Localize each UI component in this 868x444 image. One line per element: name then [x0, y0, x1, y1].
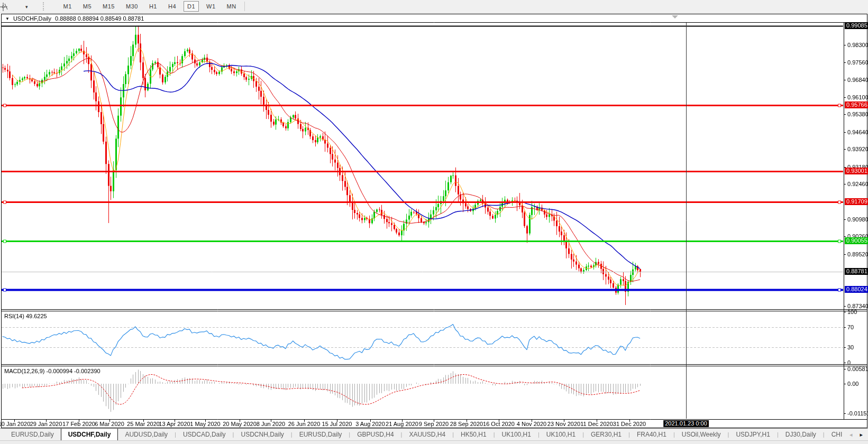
crosshair-tool-icon[interactable]: [0, 2, 9, 12]
status-bar: [0, 440, 868, 444]
chart-tab-hk50-h1-8[interactable]: HK50,H1: [454, 429, 494, 440]
chart-tab-gbpusd-h4-6[interactable]: GBPUSD,H4: [350, 429, 400, 440]
chart-tab-usdjpy-h1-14[interactable]: USDJPY,H1: [729, 429, 776, 440]
tab-scroll-arrows: ◂ ▸: [845, 429, 868, 440]
chart-tab-uk100-h1-9[interactable]: UK100,H1: [495, 429, 538, 440]
chart-canvas[interactable]: [0, 0, 868, 444]
chart-tab-usdchf-daily-1[interactable]: USDCHF,Daily: [61, 429, 118, 440]
chart-title-ohlc: 0.88888 0.88894 0.88549 0.88781: [55, 15, 144, 22]
tab-scroll-right-icon[interactable]: ▸: [860, 431, 863, 438]
chart-tab-dj30-daily-15[interactable]: DJ30,Daily: [779, 429, 823, 440]
chart-collapse-caret-icon[interactable]: ▼: [5, 16, 10, 21]
chart-title-symbol: USDCHF,Daily: [13, 15, 51, 22]
tab-scroll-left-icon[interactable]: ◂: [849, 431, 853, 438]
timeframe-button-w1[interactable]: W1: [203, 1, 220, 12]
chart-tab-eurusd-daily-0[interactable]: EURUSD,Daily: [4, 429, 61, 440]
toolbar-separator: [244, 2, 245, 11]
mt4-application-window: ▾ M1M5M15M30H1H4D1W1MN ▼ USDCHF,Daily 0.…: [0, 0, 868, 444]
chart-tab-bar: EURUSD,DailyUSDCHF,DailyAUDUSD,Daily|USD…: [0, 428, 868, 440]
timeframe-button-m15[interactable]: M15: [99, 1, 118, 12]
chart-tab-eurusd-daily-5[interactable]: EURUSD,Daily: [293, 429, 349, 440]
chart-tab-fra40-h1-12[interactable]: FRA40,H1: [630, 429, 673, 440]
timeframe-button-group: M1M5M15M30H1H4D1W1MN: [60, 1, 240, 12]
chart-tab-usoil-weekly-13[interactable]: USOil,Weekly: [675, 429, 728, 440]
timeframe-button-mn[interactable]: MN: [223, 1, 240, 12]
chart-titlebar: ▼ USDCHF,Daily 0.88888 0.88894 0.88549 0…: [5, 15, 144, 22]
timeframe-button-h1[interactable]: H1: [145, 1, 161, 12]
chart-tab-audusd-daily-2[interactable]: AUDUSD,Daily: [118, 429, 175, 440]
timeframe-button-m1[interactable]: M1: [60, 1, 76, 12]
timeframe-button-h4[interactable]: H4: [165, 1, 180, 12]
chart-tab-ger30-h1-11[interactable]: GER30,H1: [584, 429, 628, 440]
chart-tabs: EURUSD,DailyUSDCHF,DailyAUDUSD,Daily|USD…: [0, 429, 843, 440]
chart-tab-uk100-h1-10[interactable]: UK100,H1: [540, 429, 582, 440]
chart-tab-usdcnh-daily-4[interactable]: USDCNH,Daily: [234, 429, 290, 440]
toolbar-grip-handle[interactable]: [43, 2, 46, 11]
timeframe-button-m30[interactable]: M30: [122, 1, 142, 12]
chart-tab-xauusd-h4-7[interactable]: XAUUSD,H4: [402, 429, 452, 440]
timeframe-button-m5[interactable]: M5: [79, 1, 95, 12]
toolbar: ▾ M1M5M15M30H1H4D1W1MN: [0, 0, 868, 13]
timeframe-button-d1[interactable]: D1: [184, 1, 199, 12]
chart-tab-china300-h1-16[interactable]: CHINA300,H1: [825, 429, 843, 440]
chart-tab-usdcad-daily-3[interactable]: USDCAD,Daily: [176, 429, 233, 440]
tool-dropdown-caret-icon[interactable]: ▾: [25, 4, 28, 10]
